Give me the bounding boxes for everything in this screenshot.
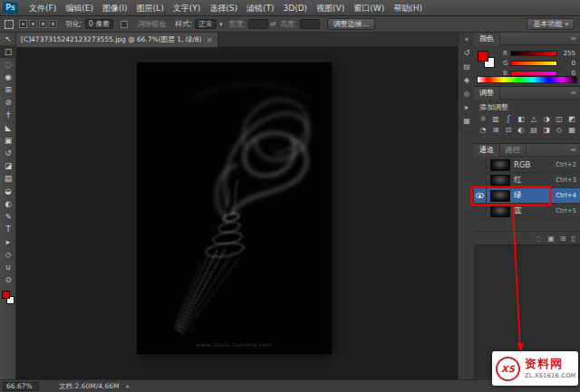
visibility-cell[interactable] <box>474 173 487 188</box>
lasso-tool[interactable]: ◌ <box>0 58 16 71</box>
tab-adjustments[interactable]: 调整 <box>474 87 500 100</box>
menu-item-filter[interactable]: 滤镜(T) <box>242 0 279 16</box>
actions-panel-icon[interactable]: ▸ <box>459 100 475 114</box>
channel-row-green[interactable]: 绿 Ctrl+4 <box>474 188 580 204</box>
menu-item-help[interactable]: 帮助(H) <box>389 0 427 16</box>
eyedropper-tool[interactable]: ⊘ <box>0 96 16 109</box>
menu-item-3d[interactable]: 3D(D) <box>278 0 312 16</box>
channel-row-red[interactable]: 红 Ctrl+3 <box>474 173 580 188</box>
channel-row-blue[interactable]: 蓝 Ctrl+5 <box>474 204 580 219</box>
brightness-contrast-icon[interactable]: ☼ <box>477 113 489 124</box>
tab-channels[interactable]: 通道 <box>474 144 500 157</box>
red-slider[interactable] <box>510 51 557 56</box>
close-tab-icon[interactable]: × <box>206 36 213 44</box>
panel-menu-icon[interactable]: ≡ <box>570 146 576 154</box>
height-input[interactable] <box>300 19 320 29</box>
menu-item-file[interactable]: 文件(F) <box>24 0 61 16</box>
properties-panel-icon[interactable]: ▤ <box>459 60 475 73</box>
zoom-level-field[interactable]: 66.67% <box>3 382 39 391</box>
expand-panels-icon[interactable]: « <box>459 33 475 46</box>
color-lookup-icon[interactable]: ⊡ <box>502 124 515 135</box>
load-channel-selection-icon[interactable]: ◌ <box>536 234 542 243</box>
gradient-map-icon[interactable]: ▦ <box>566 124 578 135</box>
brush-tool[interactable]: ◣ <box>0 121 16 134</box>
new-selection-icon[interactable] <box>19 20 27 28</box>
green-value[interactable]: 0 <box>557 60 575 67</box>
menu-item-type[interactable]: 文字(Y) <box>169 0 206 16</box>
spot-healing-brush-tool[interactable]: † <box>0 109 16 121</box>
hue-saturation-icon[interactable]: ◑ <box>540 113 553 124</box>
blue-slider[interactable] <box>510 71 557 76</box>
tab-color[interactable]: 颜色 <box>474 33 500 45</box>
status-options-arrow-icon[interactable]: ▸ <box>126 383 130 390</box>
save-selection-as-channel-icon[interactable]: ▣ <box>547 234 555 243</box>
style-select[interactable]: 正常 <box>195 19 217 29</box>
zoom-tool[interactable]: ⊙ <box>0 273 16 286</box>
width-input[interactable] <box>248 19 268 29</box>
menu-item-select[interactable]: 选择(S) <box>205 0 242 16</box>
foreground-color-swatch[interactable] <box>2 291 10 299</box>
panel-menu-icon[interactable]: ≡ <box>570 89 576 97</box>
green-slider[interactable] <box>510 61 557 66</box>
vibrance-icon[interactable]: △ <box>527 113 540 124</box>
workspace-switcher-button[interactable]: 基本功能 ▾ <box>527 18 575 30</box>
menu-item-view[interactable]: 视图(V) <box>312 0 349 16</box>
document-image[interactable]: www.stack-liumong.com <box>138 63 331 353</box>
navigator-panel-icon[interactable]: ◎ <box>459 87 475 100</box>
selective-color-icon[interactable]: ◇ <box>553 124 566 135</box>
blur-tool[interactable]: ◒ <box>0 185 16 197</box>
clone-stamp-tool[interactable]: ▣ <box>0 134 16 147</box>
curves-icon[interactable]: ʃ <box>502 113 515 124</box>
visibility-cell[interactable] <box>474 204 487 219</box>
subtract-from-selection-icon[interactable] <box>39 20 47 28</box>
menu-item-image[interactable]: 图像(I) <box>98 0 132 16</box>
history-panel-icon[interactable]: ↺ <box>459 46 475 60</box>
eraser-tool[interactable]: ◪ <box>0 159 16 172</box>
document-tab[interactable]: [C]4737315242123273555.jpg @ 66.7%(图层 1,… <box>16 33 218 47</box>
add-to-selection-icon[interactable] <box>29 20 37 28</box>
dodge-tool[interactable]: ◐ <box>0 197 16 210</box>
menu-item-window[interactable]: 窗口(W) <box>349 0 389 16</box>
panel-menu-icon[interactable]: ≡ <box>570 34 576 43</box>
invert-icon[interactable]: ◐ <box>515 124 527 135</box>
levels-icon[interactable]: ▥ <box>489 113 502 124</box>
posterize-icon[interactable]: ▤ <box>527 124 540 135</box>
refine-edge-button[interactable]: 调整边缘... <box>327 18 376 30</box>
color-balance-icon[interactable]: ◫ <box>553 113 566 124</box>
path-selection-tool[interactable]: ▸ <box>0 235 16 248</box>
history-brush-tool[interactable]: ↺ <box>0 147 16 159</box>
red-value[interactable]: 255 <box>557 50 575 57</box>
color-spectrum-bar[interactable] <box>477 76 577 83</box>
visibility-cell[interactable] <box>474 158 487 173</box>
hand-tool[interactable]: ∪ <box>0 261 16 273</box>
visibility-eye-icon[interactable] <box>476 193 484 198</box>
menu-item-edit[interactable]: 编辑(E) <box>61 0 98 16</box>
type-tool[interactable]: T <box>0 223 16 235</box>
delete-channel-icon[interactable]: ▯ <box>572 234 575 243</box>
intersect-selection-icon[interactable] <box>49 20 57 28</box>
black-white-icon[interactable]: ◩ <box>566 113 578 124</box>
pen-tool[interactable]: ✎ <box>0 210 16 223</box>
exposure-icon[interactable]: ◧ <box>515 113 527 124</box>
shape-tool[interactable]: ◇ <box>0 248 16 261</box>
create-new-channel-icon[interactable]: ⊞ <box>560 234 566 243</box>
threshold-icon[interactable]: ◨ <box>540 124 553 135</box>
quick-selection-tool[interactable]: ◉ <box>0 71 16 83</box>
move-tool[interactable]: ↖ <box>0 33 16 45</box>
photo-filter-icon[interactable]: ◔ <box>477 124 489 135</box>
channel-mixer-icon[interactable]: ⊞ <box>489 124 502 135</box>
antialias-checkbox[interactable] <box>121 21 128 28</box>
crop-tool[interactable]: ⊞ <box>0 83 16 96</box>
visibility-cell[interactable] <box>474 188 487 204</box>
rectangular-marquee-tool[interactable]: □ <box>0 45 16 58</box>
feather-input[interactable]: 0 像素 <box>85 19 114 29</box>
swap-dimensions-icon[interactable]: ⇄ <box>270 20 276 28</box>
menu-item-layer[interactable]: 图层(L) <box>132 0 169 16</box>
info-panel-icon[interactable]: ◈ <box>459 73 475 87</box>
panel-foreground-swatch[interactable] <box>478 51 488 62</box>
gradient-tool[interactable]: ▤ <box>0 172 16 185</box>
styles-panel-icon[interactable]: ▦ <box>459 114 475 128</box>
tab-paths[interactable]: 路径 <box>500 144 527 157</box>
channel-row-rgb[interactable]: RGB Ctrl+2 <box>474 158 580 173</box>
style-dropdown-icon[interactable]: ▾ <box>219 21 223 28</box>
